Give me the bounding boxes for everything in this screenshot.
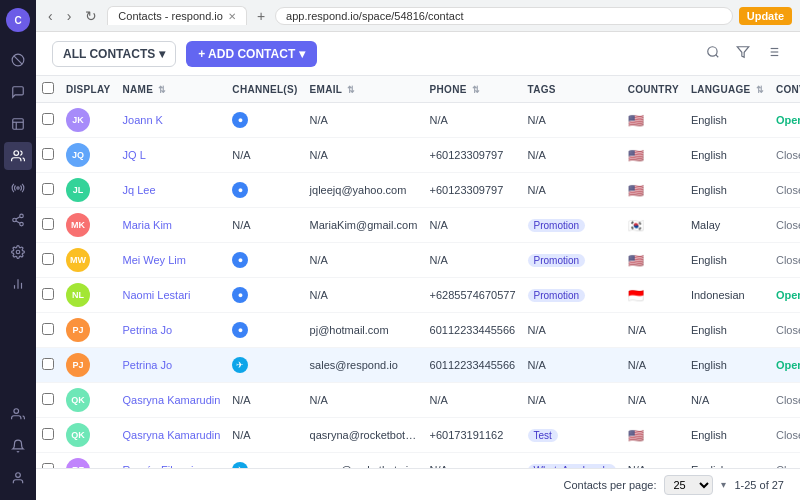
table-row[interactable]: QKQasryna KamarudinN/AN/AN/AN/AN/AN/AClo…	[36, 383, 800, 418]
svg-point-12	[16, 250, 20, 254]
row-checkbox[interactable]	[42, 218, 54, 230]
email-cell: N/A	[304, 278, 424, 313]
address-bar[interactable]: app.respond.io/space/54816/contact	[275, 7, 733, 25]
contact-name[interactable]: Naomi Lestari	[117, 278, 227, 313]
row-checkbox[interactable]	[42, 358, 54, 370]
email-cell: sales@respond.io	[304, 348, 424, 383]
table-header-row: DISPLAY NAME ⇅ CHANNEL(S) EMAIL ⇅ PHONE	[36, 76, 800, 103]
sidebar-item-tasks[interactable]	[4, 110, 32, 138]
per-page-select[interactable]: 25 50 100	[664, 475, 713, 495]
new-tab-button[interactable]: +	[253, 6, 269, 26]
flag-icon: 🇺🇸	[628, 148, 644, 163]
display-cell: QK	[60, 383, 117, 418]
row-checkbox[interactable]	[42, 323, 54, 335]
forward-button[interactable]: ›	[63, 6, 76, 26]
table-row[interactable]: JKJoann K●N/AN/AN/A🇺🇸EnglishOpen	[36, 103, 800, 138]
all-contacts-dropdown[interactable]: ALL CONTACTS ▾	[52, 41, 176, 67]
sidebar-item-settings[interactable]	[4, 238, 32, 266]
sidebar-item-reports[interactable]	[4, 270, 32, 298]
row-checkbox[interactable]	[42, 288, 54, 300]
search-button[interactable]	[702, 41, 724, 66]
table-row[interactable]: MWMei Wey Lim●N/AN/APromotion🇺🇸EnglishCl…	[36, 243, 800, 278]
row-checkbox[interactable]	[42, 253, 54, 265]
flag-icon: 🇮🇩	[628, 288, 644, 303]
language-cell: English	[685, 103, 770, 138]
header-language[interactable]: LANGUAGE ⇅	[685, 76, 770, 103]
table-row[interactable]: MKMaria KimN/AMariaKim@gmail.comN/APromo…	[36, 208, 800, 243]
phone-cell: N/A	[424, 208, 522, 243]
row-checkbox[interactable]	[42, 428, 54, 440]
contact-name[interactable]: Petrina Jo	[117, 313, 227, 348]
row-checkbox[interactable]	[42, 113, 54, 125]
table-row[interactable]: RFRomán Filgueira✈roman@rocketbots.ioN/A…	[36, 453, 800, 469]
display-cell: MW	[60, 243, 117, 278]
email-cell: MariaKim@gmail.com	[304, 208, 424, 243]
table-row[interactable]: JLJq Lee●jqleejq@yahoo.com+60123309797N/…	[36, 173, 800, 208]
avatar: PJ	[66, 353, 90, 377]
sidebar-item-flows[interactable]	[4, 206, 32, 234]
display-cell: JQ	[60, 138, 117, 173]
table-footer: Contacts per page: 25 50 100 ▾ 1-25 of 2…	[36, 468, 800, 500]
flag-icon: 🇺🇸	[628, 428, 644, 443]
header-tags: TAGS	[522, 76, 622, 103]
phone-cell: +60123309797	[424, 173, 522, 208]
email-cell: N/A	[304, 138, 424, 173]
columns-button[interactable]	[762, 41, 784, 66]
web-channel-icon: ●	[232, 252, 248, 268]
toolbar-right-actions	[702, 41, 784, 66]
reload-button[interactable]: ↻	[81, 6, 101, 26]
header-email[interactable]: EMAIL ⇅	[304, 76, 424, 103]
contact-name[interactable]: Qasryna Kamarudin	[117, 383, 227, 418]
contact-name[interactable]: Maria Kim	[117, 208, 227, 243]
email-sort-icon: ⇅	[347, 85, 355, 95]
table-row[interactable]: JQJQ LN/AN/A+60123309797N/A🇺🇸EnglishClos…	[36, 138, 800, 173]
sidebar-item-home[interactable]	[4, 46, 32, 74]
update-button[interactable]: Update	[739, 7, 792, 25]
name-sort-icon: ⇅	[158, 85, 166, 95]
avatar: QK	[66, 423, 90, 447]
table-row[interactable]: PJPetrina Jo●pj@hotmail.com6011223344556…	[36, 313, 800, 348]
contact-name[interactable]: JQ L	[117, 138, 227, 173]
sidebar-item-notifications[interactable]	[4, 432, 32, 460]
status-cell: Open	[770, 278, 800, 313]
table-row[interactable]: QKQasryna KamarudinN/Aqasryna@rocketbots…	[36, 418, 800, 453]
contact-name[interactable]: Jq Lee	[117, 173, 227, 208]
display-cell: JK	[60, 103, 117, 138]
sidebar-item-profile[interactable]	[4, 464, 32, 492]
sidebar: C	[0, 0, 36, 500]
chevron-down-icon: ▾	[721, 479, 726, 490]
select-all-checkbox[interactable]	[42, 82, 54, 94]
country-cell: N/A	[622, 313, 685, 348]
sidebar-avatar[interactable]: C	[6, 8, 30, 32]
header-display: DISPLAY	[60, 76, 117, 103]
contact-name[interactable]: Mei Wey Lim	[117, 243, 227, 278]
browser-chrome: ‹ › ↻ Contacts - respond.io ✕ + app.resp…	[36, 0, 800, 32]
main-content: ‹ › ↻ Contacts - respond.io ✕ + app.resp…	[36, 0, 800, 500]
sidebar-item-team[interactable]	[4, 400, 32, 428]
header-status[interactable]: CONVERSATION STATUS ⇅	[770, 76, 800, 103]
add-contact-button[interactable]: + ADD CONTACT ▾	[186, 41, 317, 67]
svg-point-8	[13, 218, 17, 222]
sidebar-item-messages[interactable]	[4, 78, 32, 106]
status-cell: Open	[770, 103, 800, 138]
sidebar-item-contacts[interactable]	[4, 142, 32, 170]
display-cell: NL	[60, 278, 117, 313]
back-button[interactable]: ‹	[44, 6, 57, 26]
tab-close-icon[interactable]: ✕	[228, 11, 236, 22]
channel-cell: ●	[226, 243, 303, 278]
row-checkbox[interactable]	[42, 183, 54, 195]
header-name[interactable]: NAME ⇅	[117, 76, 227, 103]
contact-name[interactable]: Qasryna Kamarudin	[117, 418, 227, 453]
status-cell: Closed	[770, 243, 800, 278]
contact-name[interactable]: Joann K	[117, 103, 227, 138]
contact-name[interactable]: Román Filgueira	[117, 453, 227, 469]
filter-button[interactable]	[732, 41, 754, 66]
row-checkbox[interactable]	[42, 393, 54, 405]
table-row[interactable]: NLNaomi Lestari●N/A+6285574670577Promoti…	[36, 278, 800, 313]
row-checkbox[interactable]	[42, 148, 54, 160]
sidebar-item-broadcasts[interactable]	[4, 174, 32, 202]
browser-tab[interactable]: Contacts - respond.io ✕	[107, 6, 247, 25]
header-phone[interactable]: PHONE ⇅	[424, 76, 522, 103]
contact-name[interactable]: Petrina Jo	[117, 348, 227, 383]
table-row[interactable]: PJPetrina Jo✈sales@respond.io60112233445…	[36, 348, 800, 383]
